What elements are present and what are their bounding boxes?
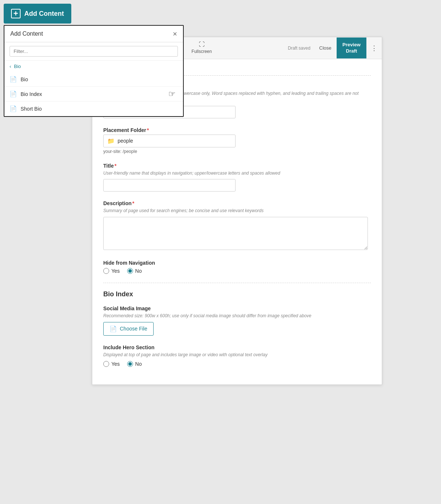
- dialog-title: Add Content: [10, 31, 43, 37]
- hero-no-label[interactable]: No: [127, 361, 142, 367]
- hero-no-radio[interactable]: [127, 361, 133, 367]
- choose-file-label: Choose File: [120, 326, 147, 332]
- hide-from-nav-label: Hide from Navigation: [103, 260, 371, 266]
- content-type-list: 📄 Bio 📄 Bio Index ☞ 📄 Short Bio: [4, 72, 183, 116]
- hide-nav-no-label[interactable]: No: [127, 268, 142, 274]
- title-group: Title* User-friendly name that displays …: [103, 163, 371, 192]
- folder-icon: 📁: [107, 137, 115, 144]
- breadcrumb[interactable]: ‹ Bio: [4, 61, 183, 72]
- doc-icon: 📄: [10, 76, 17, 83]
- hide-from-nav-group: Hide from Navigation Yes No: [103, 260, 371, 274]
- required-star: *: [132, 200, 134, 206]
- hide-nav-yes-radio[interactable]: [103, 268, 109, 274]
- add-content-dialog: Add Content × ‹ Bio 📄 Bio 📄 Bio Index ☞ …: [4, 25, 184, 117]
- chevron-left-icon: ‹: [10, 64, 11, 69]
- draft-saved-status: Draft saved: [284, 46, 314, 51]
- list-item-label: Bio: [21, 76, 28, 82]
- description-label: Description*: [103, 200, 371, 206]
- preview-draft-button[interactable]: PreviewDraft: [337, 37, 366, 59]
- file-icon: 📄: [110, 325, 117, 332]
- required-star: *: [147, 127, 149, 133]
- list-item-bio-index[interactable]: 📄 Bio Index ☞: [4, 87, 183, 101]
- fullscreen-tab-icon: ⛶: [199, 41, 205, 48]
- plus-icon: +: [11, 9, 21, 18]
- hero-yes-label[interactable]: Yes: [103, 361, 120, 367]
- include-hero-radio-group: Yes No: [103, 361, 371, 367]
- section-divider: [103, 283, 371, 283]
- required-star: *: [115, 163, 116, 169]
- placement-folder-group: Placement Folder* 📁 your-site: /people: [103, 127, 371, 154]
- filter-input[interactable]: [10, 46, 178, 57]
- tab-fullscreen[interactable]: ⛶ Fullscreen: [185, 37, 218, 59]
- breadcrumb-label: Bio: [14, 64, 21, 69]
- cursor-hand-icon: ☞: [168, 89, 176, 99]
- folder-input-wrapper[interactable]: 📁: [103, 135, 236, 147]
- description-group: Description* Summary of page used for se…: [103, 200, 371, 251]
- choose-file-button[interactable]: 📄 Choose File: [103, 322, 154, 336]
- doc-icon: 📄: [10, 90, 17, 97]
- include-hero-section-hint: Displayed at top of page and includes la…: [103, 352, 371, 358]
- title-label: Title*: [103, 163, 371, 169]
- dialog-close-button[interactable]: ×: [173, 30, 177, 37]
- close-editor-button[interactable]: Close: [314, 45, 337, 51]
- placement-folder-input[interactable]: [118, 138, 232, 144]
- social-media-image-group: Social Media Image Recommended size: 900…: [103, 305, 371, 336]
- hero-yes-radio[interactable]: [103, 361, 109, 367]
- bio-index-heading: Bio Index: [103, 290, 371, 298]
- placement-folder-label: Placement Folder*: [103, 127, 371, 133]
- preview-draft-label: PreviewDraft: [343, 42, 361, 54]
- title-hint: User-friendly name that displays in navi…: [103, 170, 371, 176]
- filter-row: [4, 42, 183, 61]
- doc-icon: 📄: [10, 105, 17, 112]
- description-hint: Summary of page used for search engines;…: [103, 208, 371, 214]
- bio-index-section: Bio Index Social Media Image Recommended…: [103, 290, 371, 367]
- social-media-image-label: Social Media Image: [103, 305, 371, 311]
- description-textarea[interactable]: [103, 217, 368, 250]
- add-content-label: Add Content: [24, 10, 64, 18]
- list-item-label: Bio Index: [21, 91, 42, 97]
- more-options-button[interactable]: ⋮: [366, 44, 382, 52]
- list-item-label: Short Bio: [21, 106, 42, 112]
- include-hero-section-label: Include Hero Section: [103, 344, 371, 350]
- list-item-bio[interactable]: 📄 Bio: [4, 72, 183, 87]
- social-media-image-hint: Recommended size: 900w x 600h; use only …: [103, 313, 371, 319]
- hide-from-nav-radio-group: Yes No: [103, 268, 371, 274]
- title-input[interactable]: [103, 179, 236, 192]
- dialog-header: Add Content ×: [4, 26, 183, 42]
- hide-nav-yes-label[interactable]: Yes: [103, 268, 120, 274]
- list-item-short-bio[interactable]: 📄 Short Bio: [4, 101, 183, 116]
- fullscreen-tab-label: Fullscreen: [191, 49, 212, 54]
- hide-nav-no-radio[interactable]: [127, 268, 133, 274]
- add-content-button[interactable]: + Add Content: [4, 4, 71, 24]
- include-hero-section-group: Include Hero Section Displayed at top of…: [103, 344, 371, 367]
- folder-path-hint: your-site: /people: [103, 149, 371, 154]
